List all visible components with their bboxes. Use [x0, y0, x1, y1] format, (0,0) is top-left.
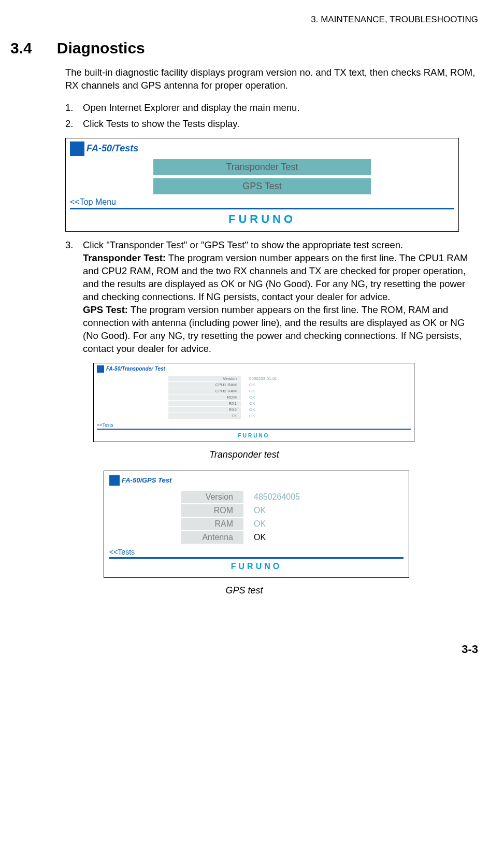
step-number: 1.	[65, 102, 83, 115]
top-menu-link[interactable]: <<Top Menu	[70, 197, 454, 207]
row-value: OK	[241, 388, 339, 394]
row-key: RX2	[168, 406, 241, 413]
transponder-caption: Transponder test	[10, 449, 478, 460]
row-value: OK	[243, 531, 332, 544]
step-number: 3.	[65, 239, 83, 356]
step-text: Click "Transponder Test" or "GPS Test" t…	[83, 239, 478, 356]
table-row: ROMOK	[168, 394, 339, 400]
chapter-header: 3. MAINTENANCE, TROUBLESHOOTING	[10, 0, 478, 25]
step-1: 1. Open Internet Explorer and display th…	[65, 102, 478, 115]
row-key: ROM	[168, 394, 241, 400]
table-row: RX2OK	[168, 406, 339, 413]
row-key: Version	[181, 491, 243, 504]
row-value: OK	[241, 406, 339, 413]
table-row: TXOK	[168, 413, 339, 419]
tests-back-link[interactable]: <<Tests	[97, 422, 411, 428]
row-key: CPU2 RAM	[168, 388, 241, 394]
gps-test-screenshot: FA-50/GPS Test Version4850264005 ROMOK R…	[104, 471, 409, 578]
row-key: Version	[168, 376, 241, 382]
transponder-test-label: Transponder Test:	[83, 252, 166, 263]
table-row: CPU2 RAMOK	[168, 388, 339, 394]
row-key: Antenna	[181, 531, 243, 544]
gps-test-label: GPS Test:	[83, 304, 128, 315]
row-value: OK	[243, 504, 332, 517]
row-value: OK	[241, 413, 339, 419]
step-lead: Click "Transponder Test" or "GPS Test" t…	[83, 239, 403, 250]
row-key: CPU1 RAM	[168, 381, 241, 388]
table-row: Version4850264005	[181, 491, 332, 504]
row-key: RAM	[181, 517, 243, 531]
row-key: TX	[168, 413, 241, 419]
page-number: 3-3	[10, 643, 478, 656]
divider	[109, 557, 404, 559]
transponder-test-screenshot: FA-50/Transponder Test Version0550233-01…	[93, 363, 414, 442]
gps-test-body: The program version number appears on th…	[83, 304, 465, 354]
divider	[70, 208, 454, 209]
row-key: RX1	[168, 400, 241, 406]
intro-paragraph: The built-in diagnostic facility display…	[65, 66, 478, 92]
table-row: AntennaOK	[181, 531, 332, 544]
furuno-logo: FURUNO	[97, 433, 411, 438]
brand-flag-icon	[109, 475, 120, 486]
row-value: OK	[241, 394, 339, 400]
section-title: Diagnostics	[57, 39, 145, 57]
section-heading: 3.4 Diagnostics	[10, 39, 478, 57]
table-row: RX1OK	[168, 400, 339, 406]
divider	[97, 429, 411, 430]
breadcrumb: FA-50/Tests	[87, 143, 138, 154]
table-row: RAMOK	[181, 517, 332, 531]
step-2: 2. Click Tests to show the Tests display…	[65, 118, 478, 131]
brand-flag-icon	[97, 365, 104, 373]
gps-test-button[interactable]: GPS Test	[153, 178, 371, 194]
step-text: Open Internet Explorer and display the m…	[83, 102, 478, 115]
step-3: 3. Click "Transponder Test" or "GPS Test…	[65, 239, 478, 356]
gps-caption: GPS test	[10, 585, 478, 596]
row-value: 4850264005	[243, 491, 332, 504]
table-row: Version0550233-01.01	[168, 376, 339, 382]
tests-back-link[interactable]: <<Tests	[109, 548, 404, 556]
table-row: ROMOK	[181, 504, 332, 517]
furuno-logo: FURUNO	[109, 562, 404, 571]
transponder-results-table: Version0550233-01.01 CPU1 RAMOK CPU2 RAM…	[168, 376, 339, 419]
row-key: ROM	[181, 504, 243, 517]
furuno-logo: FURUNO	[70, 212, 454, 226]
breadcrumb: FA-50/GPS Test	[122, 476, 171, 484]
breadcrumb: FA-50/Transponder Test	[106, 366, 165, 372]
step-number: 2.	[65, 118, 83, 131]
row-value: OK	[241, 381, 339, 388]
gps-results-table: Version4850264005 ROMOK RAMOK AntennaOK	[181, 491, 332, 545]
brand-flag-icon	[70, 141, 84, 156]
row-value: OK	[241, 400, 339, 406]
step-text: Click Tests to show the Tests display.	[83, 118, 478, 131]
tests-screenshot: FA-50/Tests Transponder Test GPS Test <<…	[65, 138, 459, 232]
table-row: CPU1 RAMOK	[168, 381, 339, 388]
section-number: 3.4	[10, 39, 32, 57]
row-value: OK	[243, 517, 332, 531]
transponder-test-button[interactable]: Transponder Test	[153, 159, 371, 175]
row-value: 0550233-01.01	[241, 376, 339, 382]
